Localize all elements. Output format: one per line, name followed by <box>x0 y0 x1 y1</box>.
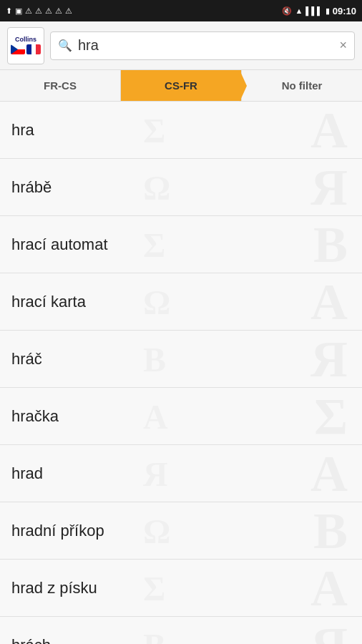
tab-active-arrow <box>240 70 247 102</box>
status-bar-right: 🔇 ▲ ▌▌▌ ▮ 09:10 <box>282 6 356 16</box>
status-bar-left: ⬆ ▣ ⚠ ⚠ ⚠ ⚠ ⚠ <box>6 6 72 16</box>
clear-search-button[interactable]: × <box>339 38 347 53</box>
flag-french <box>26 44 41 54</box>
list-item[interactable]: hradní příkop <box>0 502 362 560</box>
word-text: hrad <box>11 464 43 483</box>
status-bar: ⬆ ▣ ⚠ ⚠ ⚠ ⚠ ⚠ 🔇 ▲ ▌▌▌ ▮ 09:10 <box>0 0 362 21</box>
word-text: hra <box>11 121 34 140</box>
logo-flags <box>11 44 41 54</box>
mute-icon: 🔇 <box>282 6 292 16</box>
upload-icon: ⬆ <box>6 6 12 16</box>
logo-text: Collins <box>15 36 36 43</box>
list-item[interactable]: hrací automat <box>0 216 362 273</box>
warning-icon-4: ⚠ <box>55 6 62 16</box>
list-item[interactable]: hrách <box>0 617 362 644</box>
warning-icon-1: ⚠ <box>25 6 32 16</box>
word-text: hráč <box>11 350 42 369</box>
header: Collins 🔍 × <box>0 21 362 70</box>
tab-cs-fr[interactable]: CS-FR <box>121 70 241 101</box>
image-icon: ▣ <box>15 6 22 16</box>
list-item[interactable]: hračka <box>0 388 362 445</box>
search-input[interactable] <box>78 37 333 54</box>
word-text: hradní příkop <box>11 522 104 540</box>
warning-icon-2: ⚠ <box>35 6 42 16</box>
word-text: hrách <box>11 636 51 645</box>
word-text: hrací automat <box>11 235 108 254</box>
tabs-bar: FR-CS CS-FR No filter <box>0 70 362 102</box>
list-item[interactable]: hrací karta <box>0 273 362 331</box>
warning-icon-5: ⚠ <box>65 6 72 16</box>
warning-icon-3: ⚠ <box>45 6 52 16</box>
app-logo[interactable]: Collins <box>7 27 44 64</box>
tab-fr-cs[interactable]: FR-CS <box>0 70 120 101</box>
search-container[interactable]: 🔍 × <box>50 31 355 60</box>
word-text: hrací karta <box>11 293 86 311</box>
flag-czech <box>11 44 25 54</box>
word-text: hračka <box>11 407 59 426</box>
tab-no-filter-label: No filter <box>282 79 323 92</box>
battery-icon: ▮ <box>326 6 330 16</box>
signal-icon: ▌▌▌ <box>305 6 322 15</box>
tab-fr-cs-label: FR-CS <box>44 79 77 92</box>
list-item[interactable]: hrad z písku <box>0 560 362 617</box>
tab-no-filter[interactable]: No filter <box>242 70 362 101</box>
status-time: 09:10 <box>333 6 356 16</box>
list-item[interactable]: hra <box>0 102 362 159</box>
search-icon: 🔍 <box>58 39 72 52</box>
list-item[interactable]: hráč <box>0 331 362 388</box>
word-list: hra hrábě hrací automat hrací karta hráč… <box>0 102 362 644</box>
wifi-icon: ▲ <box>295 6 303 15</box>
word-text: hrad z písku <box>11 579 97 597</box>
list-item[interactable]: hrábě <box>0 159 362 216</box>
list-item[interactable]: hrad <box>0 445 362 502</box>
tab-cs-fr-label: CS-FR <box>165 79 197 92</box>
word-text: hrábě <box>11 178 52 197</box>
